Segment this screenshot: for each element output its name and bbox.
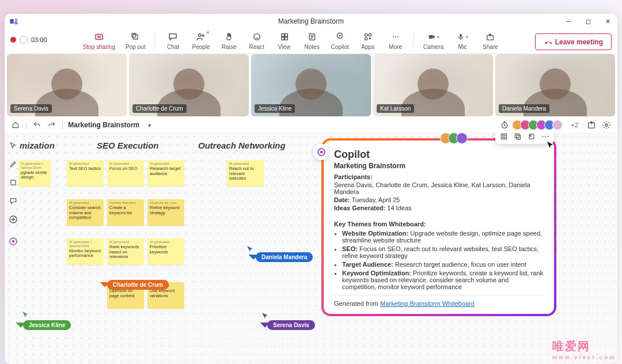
teams-app-icon xyxy=(9,17,18,26)
svg-rect-20 xyxy=(365,34,367,36)
maximize-button[interactable]: ◻ xyxy=(578,14,598,29)
svg-point-31 xyxy=(605,124,608,126)
more-icon xyxy=(390,31,401,43)
svg-rect-40 xyxy=(517,135,521,139)
copilot-button[interactable]: Copilot xyxy=(328,30,352,51)
comment-tool[interactable] xyxy=(7,195,20,207)
svg-rect-26 xyxy=(428,35,433,39)
share-button[interactable]: Share xyxy=(478,30,502,51)
svg-rect-0 xyxy=(10,19,14,24)
cursor-label: Jessica Kline xyxy=(23,320,71,330)
view-button[interactable]: View xyxy=(272,30,297,51)
minimize-button[interactable]: ─ xyxy=(559,14,578,29)
meeting-toolbar: 03:00 Stop sharing Pop out Chat 4 Pe xyxy=(5,29,617,54)
app-window: Marketing Brainstorm ─ ◻ ✕ 03:00 Stop sh… xyxy=(5,14,617,364)
svg-rect-36 xyxy=(501,134,503,136)
whiteboard-title[interactable]: Marketing Brainstorm xyxy=(68,121,139,129)
video-tile[interactable]: Jessica Kline xyxy=(251,54,371,116)
whiteboard-bar: | | Marketing Brainstorm ▾ +2 xyxy=(5,117,617,132)
react-button[interactable]: React xyxy=(245,30,269,51)
svg-point-9 xyxy=(202,35,204,36)
grid-icon[interactable] xyxy=(499,132,509,142)
mic-button[interactable]: ▾ Mic xyxy=(450,30,475,51)
svg-point-10 xyxy=(253,34,260,40)
svg-rect-11 xyxy=(281,34,284,37)
video-strip: Serena Davis Charlotte de Crum Jessica K… xyxy=(5,54,617,117)
copilot-card[interactable]: Copilot Marketing Brainstorm Participant… xyxy=(321,138,556,316)
notes-button[interactable]: Notes xyxy=(300,30,324,51)
svg-rect-37 xyxy=(505,134,507,136)
video-tile[interactable]: Charlotte de Crum xyxy=(129,54,249,116)
svg-point-43 xyxy=(530,135,531,136)
video-tile[interactable]: Kat Larsson xyxy=(373,54,493,116)
cursor-tool[interactable] xyxy=(7,139,20,152)
copilot-icon xyxy=(334,31,346,43)
svg-rect-13 xyxy=(281,37,284,40)
copilot-presence xyxy=(443,132,468,144)
chevron-down-icon[interactable]: ▾ xyxy=(144,120,154,130)
svg-rect-21 xyxy=(369,34,371,36)
sticky-note[interactable]: AI generatedFocus on SEO xyxy=(107,160,144,187)
chat-button[interactable]: Chat xyxy=(161,30,185,51)
sticky-note[interactable]: AI generatedPrioritize keywords xyxy=(147,238,184,265)
sticky-note[interactable]: Daniela ManderaCreate a keyword list xyxy=(107,199,144,226)
chat-icon xyxy=(167,31,179,43)
svg-rect-2 xyxy=(14,21,17,24)
undo-icon[interactable] xyxy=(32,120,42,130)
close-button[interactable]: ✕ xyxy=(598,14,617,29)
copy-icon[interactable] xyxy=(513,132,523,142)
copilot-tool[interactable] xyxy=(7,235,20,248)
sticky-note[interactable]: AI generatedResearch target audience xyxy=(147,160,184,187)
whiteboard-link[interactable]: Marketing Brainstorm Whiteboard xyxy=(380,300,475,307)
redo-icon[interactable] xyxy=(47,120,57,130)
window-controls: ─ ◻ ✕ xyxy=(559,14,617,29)
camera-button[interactable]: ▾ Camera xyxy=(420,30,447,51)
sticky-note[interactable]: Charlotte de CumRefine keyword strategy xyxy=(147,199,184,226)
export-icon[interactable] xyxy=(526,132,537,142)
settings-icon[interactable] xyxy=(601,120,612,130)
add-tool[interactable] xyxy=(7,213,20,226)
apps-button[interactable]: Apps xyxy=(356,30,380,51)
svg-rect-41 xyxy=(515,134,519,138)
svg-point-1 xyxy=(15,18,17,21)
generated-from: Generated from Marketing Brainstorm Whit… xyxy=(334,300,544,307)
video-tile[interactable]: Serena Davis xyxy=(7,54,127,116)
home-icon[interactable] xyxy=(10,120,21,130)
cursor-label: Daniela Mandera xyxy=(256,252,313,262)
pointer-cursor-icon xyxy=(546,141,555,152)
mic-icon: ▾ xyxy=(457,31,468,43)
camera-icon: ▾ xyxy=(428,31,439,43)
svg-rect-12 xyxy=(285,34,287,37)
people-button[interactable]: 4 People xyxy=(188,30,213,51)
whiteboard-tools xyxy=(7,139,20,248)
more-button[interactable]: More xyxy=(384,30,408,51)
notes-icon xyxy=(306,31,318,43)
raise-hand-icon xyxy=(223,31,235,43)
timer-icon[interactable] xyxy=(499,120,510,130)
extra-count[interactable]: +2 xyxy=(571,122,578,128)
whiteboard-canvas[interactable]: mization SEO Execution Outreach Networki… xyxy=(5,132,617,364)
sticky-note[interactable]: AI generatedConsider search volume and c… xyxy=(67,199,104,226)
sticky-note[interactable]: AI generated • Jessica KlineMonitor keyw… xyxy=(67,238,104,265)
react-icon xyxy=(251,31,263,43)
svg-rect-22 xyxy=(365,37,367,40)
sticky-note[interactable]: AI generatedTest SEO tactics xyxy=(67,160,104,187)
share-out-icon[interactable] xyxy=(586,120,597,130)
svg-rect-39 xyxy=(505,137,507,139)
copilot-subtitle: Marketing Brainstorm xyxy=(334,162,544,170)
raise-button[interactable]: Raise xyxy=(217,30,241,51)
pen-tool[interactable] xyxy=(7,158,20,170)
column-title: SEO Execution xyxy=(97,141,159,150)
record-icon xyxy=(10,37,16,43)
video-tile[interactable]: Daniela Mandera xyxy=(495,54,615,116)
note-tool[interactable] xyxy=(7,176,20,189)
svg-rect-32 xyxy=(11,180,16,185)
svg-point-24 xyxy=(395,36,396,37)
stop-sharing-button[interactable]: Stop sharing xyxy=(79,30,119,51)
leave-meeting-button[interactable]: Leave meeting xyxy=(535,33,612,50)
sticky-note[interactable]: AI generated • Serena Davispgrade ebsite… xyxy=(18,160,51,187)
sticky-note[interactable]: AI generatedRank keywords based on relev… xyxy=(107,238,144,265)
presence-avatars[interactable] xyxy=(514,120,563,130)
popout-button[interactable]: Pop out xyxy=(122,30,149,51)
sticky-note[interactable]: AI generatedReach out to relevant websit… xyxy=(227,160,264,187)
